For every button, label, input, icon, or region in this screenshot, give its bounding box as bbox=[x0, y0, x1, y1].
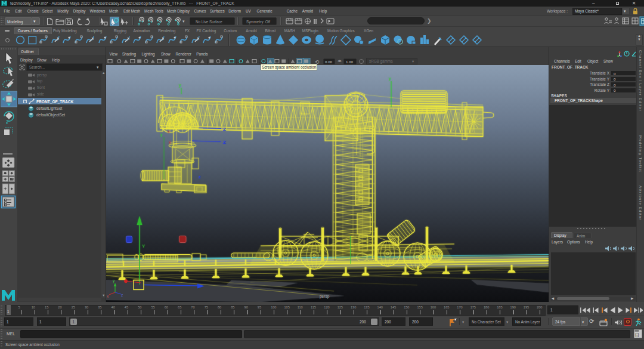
svg-text:{;}: {;} bbox=[635, 332, 639, 337]
